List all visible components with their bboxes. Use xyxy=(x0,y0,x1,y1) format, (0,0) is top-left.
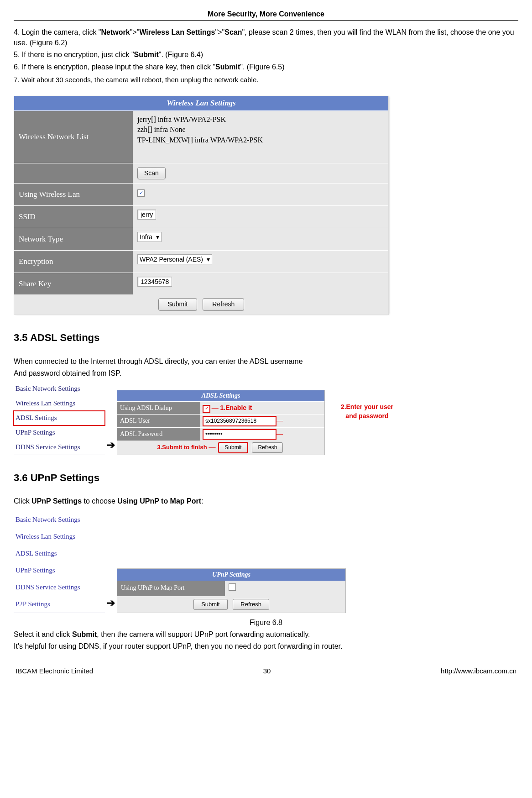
refresh-button[interactable]: Refresh xyxy=(203,298,244,311)
bold: Submit xyxy=(215,63,240,71)
nav-item[interactable]: Basic Network Settings xyxy=(14,382,105,396)
text: ">" xyxy=(130,28,140,36)
adsl-user-cell: sx102356897236518— xyxy=(200,415,324,427)
bold: Scan xyxy=(224,28,242,36)
text: ". (Figure 6.5) xyxy=(240,63,284,71)
text: 4. Login the camera, click " xyxy=(14,28,101,36)
adsl-password-cell: •••••••••— xyxy=(200,428,324,441)
note-enter-pass: and password xyxy=(341,412,393,421)
closing-1: Select it and click Submit, then the cam… xyxy=(14,630,518,640)
figure-6-8-caption: Figure 6.8 xyxy=(14,618,518,628)
footer-left: IBCAM Electronic Limited xyxy=(16,666,93,676)
adsl-user-label: ADSL User xyxy=(117,415,200,427)
upnp-refresh-button[interactable]: Refresh xyxy=(233,599,269,610)
nav-item[interactable]: ADSL Settings xyxy=(14,545,105,562)
bold: Submit xyxy=(72,630,97,638)
instruction-4: 4. Login the camera, click "Network">"Wi… xyxy=(14,27,518,48)
upnp-title: UPnP Settings xyxy=(117,569,345,581)
wireless-network-list[interactable]: jerry[] infra WPA/WPA2-PSK zzh[] infra N… xyxy=(133,111,388,163)
upnp-figure: Basic Network Settings Wireless Lan Sett… xyxy=(14,511,518,613)
adsl-submit-button[interactable]: Submit xyxy=(219,442,247,453)
ssid-cell: jerry xyxy=(133,206,388,228)
adsl-password-input[interactable]: ••••••••• xyxy=(203,430,276,439)
network-type-select[interactable]: Infra ▾ xyxy=(137,232,162,242)
encryption-cell: WPA2 Personal (AES) ▾ xyxy=(133,251,388,273)
note-submit: 3.Submit to finish xyxy=(157,444,207,451)
instruction-6: 6. If there is encryption, please input … xyxy=(14,62,518,72)
upnp-submit-button[interactable]: Submit xyxy=(193,599,227,610)
select-value: Infra xyxy=(140,233,152,241)
share-key-input[interactable]: 12345678 xyxy=(137,277,172,287)
share-key-label: Share Key xyxy=(14,273,133,295)
adsl-refresh-button[interactable]: Refresh xyxy=(252,442,283,453)
page-footer: IBCAM Electronic Limited 30 http://www.i… xyxy=(14,666,518,676)
adsl-user-input[interactable]: sx102356897236518 xyxy=(203,416,276,426)
text: : xyxy=(201,497,203,505)
closing-2: It's helpful for using DDNS, if your rou… xyxy=(14,641,518,651)
arrow-icon: ➔ xyxy=(105,596,117,613)
upnp-map-cell xyxy=(225,581,345,596)
nav-item[interactable]: P2P Settings xyxy=(14,596,105,613)
wireless-title: Wireless Lan Settings xyxy=(14,96,388,110)
nav-item[interactable]: Basic Network Settings xyxy=(14,511,105,528)
text: to choose xyxy=(82,497,117,505)
bold: Wireless Lan Settings xyxy=(139,28,215,36)
note-enter-user: 2.Enter your user xyxy=(341,403,393,412)
bold: Submit xyxy=(134,51,159,58)
adsl-nav: Basic Network Settings Wireless Lan Sett… xyxy=(14,382,105,455)
adsl-figure: Basic Network Settings Wireless Lan Sett… xyxy=(14,382,518,455)
nav-item[interactable]: DDNS Service Settings xyxy=(14,440,105,455)
adsl-dialup-label: Using ADSL Dialup xyxy=(117,402,200,415)
upnp-nav: Basic Network Settings Wireless Lan Sett… xyxy=(14,511,105,613)
ssid-label: SSID xyxy=(14,206,133,228)
instruction-7: 7. Wait about 30 seconds, the camera wil… xyxy=(14,75,518,84)
footer-right: http://www.ibcam.com.cn xyxy=(441,666,516,676)
scan-button[interactable]: Scan xyxy=(137,167,166,180)
section-3-5-heading: 3.5 ADSL Settings xyxy=(14,331,518,345)
adsl-dialup-cell: ✓ — 1.Enable it xyxy=(200,402,324,415)
upnp-intro: Click UPnP Settings to choose Using UPnP… xyxy=(14,496,518,506)
text: 5. If there is no encryption, just click… xyxy=(14,51,134,58)
blank-label xyxy=(14,163,133,184)
text: , then the camera will support UPnP port… xyxy=(97,630,310,638)
upnp-map-label: Using UPnP to Map Port xyxy=(117,581,225,596)
nav-item[interactable]: UPnP Settings xyxy=(14,425,105,440)
instruction-5: 5. If there is no encryption, just click… xyxy=(14,50,518,60)
network-type-cell: Infra ▾ xyxy=(133,228,388,250)
wifi-option[interactable]: TP-LINK_MXW[] infra WPA/WPA2-PSK xyxy=(137,135,384,145)
text: Select it and click xyxy=(14,630,72,638)
encryption-select[interactable]: WPA2 Personal (AES) ▾ xyxy=(137,254,212,264)
nav-item[interactable]: UPnP Settings xyxy=(14,562,105,579)
page-header: More Security, More Convenience xyxy=(14,9,518,21)
upnp-map-checkbox[interactable] xyxy=(229,583,236,591)
encryption-label: Encryption xyxy=(14,251,133,273)
text: ". (Figure 6.4) xyxy=(159,51,203,58)
wireless-settings-panel: Wireless Lan Settings Wireless Network L… xyxy=(14,96,389,315)
text: ">" xyxy=(215,28,225,36)
adsl-panel: ADSL Settings Using ADSL Dialup ✓ — 1.En… xyxy=(117,390,325,455)
using-wireless-checkbox[interactable]: ✓ xyxy=(137,189,145,197)
share-key-cell: 12345678 xyxy=(133,273,388,295)
nav-item[interactable]: Wireless Lan Settings xyxy=(14,396,105,411)
nav-item[interactable]: DDNS Service Settings xyxy=(14,579,105,596)
wifi-option[interactable]: zzh[] infra None xyxy=(137,125,384,135)
adsl-p2: And password obtained from ISP. xyxy=(14,368,518,378)
using-wireless-value: ✓ xyxy=(133,184,388,205)
note-enable: 1.Enable it xyxy=(220,404,252,411)
footer-page-number: 30 xyxy=(93,666,441,676)
arrow-icon: ➔ xyxy=(105,438,117,455)
upnp-panel: UPnP Settings Using UPnP to Map Port Sub… xyxy=(117,568,346,613)
text: Click xyxy=(14,497,31,505)
wireless-network-list-label: Wireless Network List xyxy=(14,111,133,163)
scan-cell: Scan xyxy=(133,163,388,184)
section-3-6-heading: 3.6 UPnP Settings xyxy=(14,471,518,485)
submit-button[interactable]: Submit xyxy=(158,298,198,311)
wireless-footer: Submit Refresh xyxy=(14,294,388,315)
nav-item[interactable]: Wireless Lan Settings xyxy=(14,528,105,545)
bold: Network xyxy=(101,28,130,36)
adsl-password-label: ADSL Password xyxy=(117,428,200,441)
adsl-dialup-checkbox[interactable]: ✓ xyxy=(203,405,210,412)
ssid-input[interactable]: jerry xyxy=(137,210,156,220)
wifi-option[interactable]: jerry[] infra WPA/WPA2-PSK xyxy=(137,115,384,125)
nav-item-adsl[interactable]: ADSL Settings xyxy=(14,411,105,425)
